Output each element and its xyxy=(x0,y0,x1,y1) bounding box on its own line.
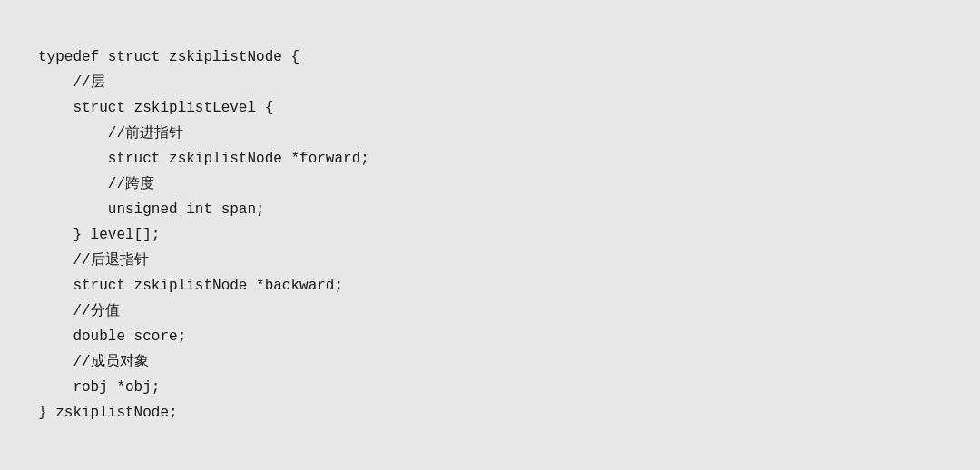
code-line: struct zskiplistNode *forward; xyxy=(38,146,942,171)
code-line: double score; xyxy=(38,324,942,349)
code-line: struct zskiplistLevel { xyxy=(38,95,942,121)
code-line: robj *obj; xyxy=(38,375,942,400)
code-line: typedef struct zskiplistNode { xyxy=(38,44,942,70)
code-container: typedef struct zskiplistNode { //层 struc… xyxy=(9,9,971,461)
code-line: unsigned int span; xyxy=(38,197,942,222)
code-block: typedef struct zskiplistNode { //层 struc… xyxy=(38,44,942,426)
code-line: //前进指针 xyxy=(38,121,942,146)
code-line: //成员对象 xyxy=(38,349,942,375)
code-line: //分值 xyxy=(38,299,942,324)
code-line: } zskiplistNode; xyxy=(38,400,942,426)
code-line: //后退指针 xyxy=(38,248,942,273)
code-line: } level[]; xyxy=(38,222,942,248)
code-line: //跨度 xyxy=(38,171,942,197)
code-line: struct zskiplistNode *backward; xyxy=(38,273,942,299)
code-line: //层 xyxy=(38,70,942,95)
